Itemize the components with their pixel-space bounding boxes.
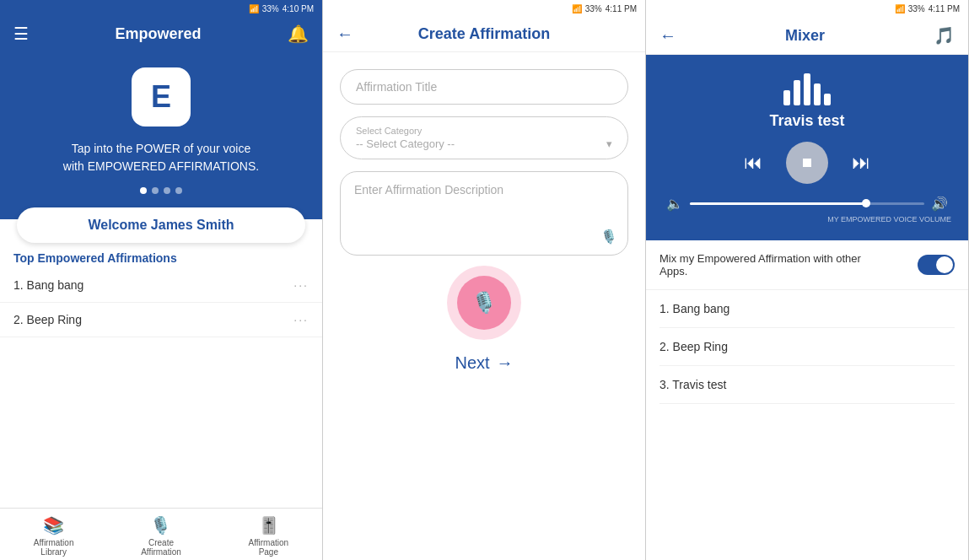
screen2-body: Affirmation Title Select Category -- Sel… [323, 52, 645, 560]
item-2-text: 2. Beep Ring [13, 313, 82, 326]
battery-3: 33% [908, 4, 925, 13]
screen1: 📶 33% 4:10 PM ☰ Empowered 🔔 E Tap into t… [0, 0, 323, 560]
section-title: Top Empowered Affirmations [0, 243, 322, 268]
player-controls: ⏮ ⏹ ⏭ [744, 142, 870, 184]
category-value: -- Select Category -- [356, 137, 455, 150]
mixer-item-2-text: 2. Beep Ring [659, 340, 728, 353]
more-icon-1[interactable]: ··· [293, 278, 309, 292]
app-title: Empowered [115, 25, 201, 43]
volume-label: MY EMPOWERED VOICE VOLUME [663, 215, 951, 223]
dot-4 [175, 187, 182, 194]
nav-library[interactable]: 📚 AffirmationLibrary [0, 515, 107, 557]
mixer-item-3-text: 3. Travis test [659, 378, 726, 391]
mix-toggle[interactable] [918, 255, 955, 275]
nav-library-label: AffirmationLibrary [34, 538, 74, 557]
screen2-title: Create Affirmation [418, 25, 550, 43]
chevron-down-icon: ▾ [606, 137, 612, 150]
bar-4 [814, 83, 821, 105]
description-placeholder: Enter Affirmation Description [354, 183, 503, 197]
volume-fill [690, 202, 866, 205]
mix-text: Mix my Empowered Affirmation with other … [659, 252, 862, 277]
affirmation-item-2[interactable]: 2. Beep Ring ··· [0, 303, 322, 337]
status-bar-1: 📶 33% 4:10 PM [0, 0, 322, 17]
time-3: 4:11 PM [929, 4, 960, 13]
signal-icon-2: 📶 [572, 4, 582, 13]
mixer-item-2[interactable]: 2. Beep Ring [659, 328, 955, 366]
description-textarea[interactable]: Enter Affirmation Description 🎙️ [340, 171, 628, 256]
nav-page[interactable]: 🎚️ AffirmationPage [215, 515, 322, 557]
signal-icon: 📶 [249, 4, 259, 13]
screen1-header: ☰ Empowered 🔔 [0, 17, 322, 51]
item-1-text: 1. Bang bang [13, 278, 83, 292]
mixer-icon: 🎚️ [258, 515, 279, 536]
mic-float-button[interactable]: 🎙️ [457, 276, 511, 330]
status-bar-2: 📶 33% 4:11 PM [323, 0, 645, 17]
screen2-header: ← Create Affirmation [323, 17, 645, 52]
time: 4:10 PM [283, 4, 314, 13]
hero-section: E Tap into the POWER of your voice with … [0, 51, 322, 219]
mic-icon: 🎙️ [150, 515, 171, 536]
mixer-item-1-text: 1. Bang bang [659, 302, 729, 315]
app-logo: E [132, 67, 191, 127]
mixer-item-1[interactable]: 1. Bang bang [659, 290, 955, 328]
stop-button[interactable]: ⏹ [786, 142, 828, 184]
welcome-card: Welcome James Smith [17, 207, 305, 243]
category-label: Select Category [356, 126, 612, 136]
volume-high-icon: 🔊 [931, 196, 948, 212]
battery-2: 33% [585, 4, 602, 13]
nav-create[interactable]: 🎙️ CreateAffirmation [107, 515, 214, 557]
mix-toggle-row: Mix my Empowered Affirmation with other … [646, 240, 968, 290]
library-icon: 📚 [43, 515, 64, 536]
dot-3 [164, 187, 170, 194]
dot-1 [140, 187, 147, 194]
nav-page-label: AffirmationPage [249, 538, 289, 557]
bar-5 [824, 94, 831, 105]
next-label: Next [455, 353, 489, 373]
status-bar-3: 📶 33% 4:11 PM [646, 0, 968, 17]
screen2: 📶 33% 4:11 PM ← Create Affirmation Affir… [323, 0, 646, 560]
back-button-3[interactable]: ← [659, 26, 676, 46]
audio-bars-icon [783, 72, 831, 105]
back-button-2[interactable]: ← [336, 24, 353, 44]
hamburger-icon[interactable]: ☰ [13, 24, 29, 44]
carousel-dots [140, 187, 182, 194]
dot-2 [152, 187, 159, 194]
next-arrow-icon: → [497, 353, 514, 373]
nav-create-label: CreateAffirmation [141, 538, 181, 557]
stop-icon: ⏹ [800, 155, 814, 170]
bottom-nav: 📚 AffirmationLibrary 🎙️ CreateAffirmatio… [0, 508, 322, 560]
bar-1 [783, 90, 790, 105]
hero-text: Tap into the POWER of your voice with EM… [63, 140, 259, 175]
signal-icon-3: 📶 [895, 4, 905, 13]
track-name: Travis test [769, 112, 844, 130]
next-button[interactable]: Next → [340, 353, 628, 373]
volume-row: 🔈 🔊 [663, 196, 951, 212]
category-select[interactable]: Select Category -- Select Category -- ▾ [340, 116, 628, 159]
affirmation-item-1[interactable]: 1. Bang bang ··· [0, 268, 322, 303]
skip-forward-button[interactable]: ⏭ [852, 152, 870, 174]
playlist-icon[interactable]: 🎵 [934, 25, 955, 46]
mixer-item-3[interactable]: 3. Travis test [659, 366, 955, 404]
mic-inline-icon[interactable]: 🎙️ [600, 229, 617, 245]
mixer-list: 1. Bang bang 2. Beep Ring 3. Travis test [646, 290, 968, 404]
title-placeholder: Affirmation Title [356, 80, 437, 94]
time-2: 4:11 PM [606, 4, 637, 13]
bar-2 [794, 80, 800, 105]
bell-icon[interactable]: 🔔 [288, 24, 309, 44]
affirmation-title-input[interactable]: Affirmation Title [340, 69, 628, 105]
skip-back-button[interactable]: ⏮ [744, 152, 762, 174]
volume-slider[interactable] [690, 202, 924, 205]
screen3: 📶 33% 4:11 PM ← Mixer 🎵 Travis test ⏮ ⏹ … [646, 0, 969, 560]
mixer-player: Travis test ⏮ ⏹ ⏭ 🔈 🔊 MY EMPOWERED VOICE… [646, 55, 968, 240]
volume-low-icon: 🔈 [666, 196, 683, 212]
bar-3 [804, 73, 810, 105]
screen3-title: Mixer [785, 27, 825, 45]
more-icon-2[interactable]: ··· [293, 313, 309, 326]
battery: 33% [262, 4, 279, 13]
screen3-header: ← Mixer 🎵 [646, 17, 968, 55]
